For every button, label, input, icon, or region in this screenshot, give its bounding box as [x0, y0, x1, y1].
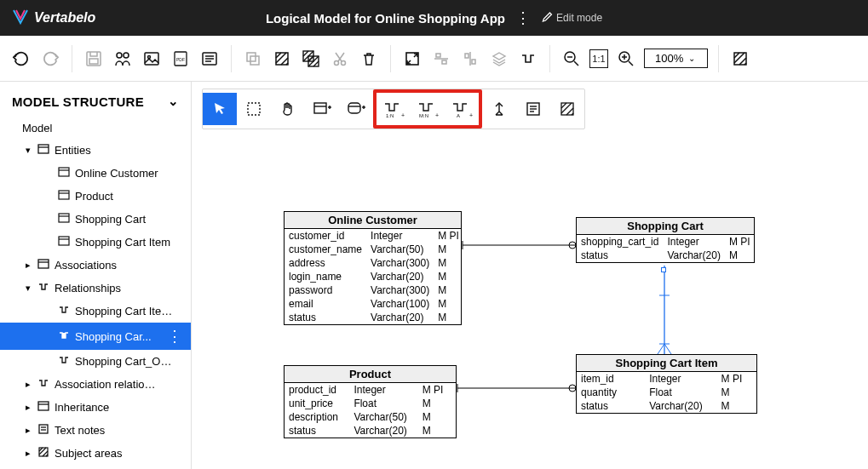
tree-entity[interactable]: Online Customer: [0, 162, 191, 185]
edit-mode-button[interactable]: Edit mode: [541, 11, 602, 26]
tree-entities[interactable]: ▾ Entities: [0, 139, 191, 162]
sidebar: MODEL STRUCTURE ⌄ .Model ▾ Entities Onli…: [0, 82, 192, 469]
align-h-button[interactable]: [430, 48, 452, 70]
svg-line-30: [629, 61, 633, 66]
assoc-rel-tool[interactable]: A+: [445, 93, 479, 125]
svg-rect-53: [314, 103, 326, 113]
model-menu-icon[interactable]: ⋮: [515, 9, 531, 27]
svg-rect-34: [38, 145, 49, 153]
brand-logo-icon: [12, 8, 29, 28]
cut-button[interactable]: [329, 48, 351, 70]
svg-point-17: [335, 60, 339, 65]
zoom-level-select[interactable]: 100% ⌄: [644, 49, 708, 68]
entity-icon: [58, 189, 70, 203]
tree-relationship-selected[interactable]: Shopping Car...⋮: [0, 323, 191, 350]
tree-textnotes[interactable]: ▸Text notes: [0, 419, 191, 442]
chevron-down-icon: ⌄: [168, 94, 179, 109]
hand-tool[interactable]: [271, 93, 305, 125]
zoom-fit-button[interactable]: 1:1: [589, 49, 608, 68]
relationship-icon: [37, 281, 49, 295]
undo-button[interactable]: [10, 48, 32, 70]
entity-group-icon: [37, 143, 49, 157]
entity-icon: [58, 166, 70, 180]
hatch-button[interactable]: [271, 48, 293, 70]
pencil-icon: [541, 11, 553, 26]
delete-button[interactable]: [358, 48, 380, 70]
relationship-icon: [58, 329, 70, 344]
header-center: Logical Model for Online Shopping App ⋮ …: [266, 9, 602, 27]
tree-assoc-rel[interactable]: ▸Association relationships: [0, 373, 191, 396]
entity-online-customer[interactable]: Online Customer customer_idIntegerM PI c…: [284, 211, 462, 325]
tree-inheritance[interactable]: ▸Inheritance: [0, 396, 191, 419]
svg-rect-33: [734, 53, 746, 65]
svg-point-74: [569, 242, 576, 249]
app-header: Vertabelo Logical Model for Online Shopp…: [0, 0, 868, 36]
tree-relationship[interactable]: Shopping Cart_Onli...: [0, 350, 191, 373]
inheritance-tool[interactable]: [482, 93, 516, 125]
canvas[interactable]: 1:N+ M:N+ A+ Online Cu: [192, 82, 868, 469]
zoom-in-button[interactable]: [615, 48, 637, 70]
copy-button[interactable]: [242, 48, 264, 70]
svg-text:+: +: [435, 112, 439, 118]
resize-button[interactable]: [401, 48, 423, 70]
sidebar-title-row[interactable]: MODEL STRUCTURE ⌄: [0, 90, 191, 117]
chevron-down-icon: ⌄: [688, 54, 695, 63]
twisty-right-icon: ▸: [24, 402, 32, 413]
model-title: Logical Model for Online Shopping App: [266, 11, 505, 26]
tree-relationship[interactable]: Shopping Cart Item...: [0, 300, 191, 323]
twisty-right-icon: ▸: [24, 260, 32, 271]
tree-entity[interactable]: Shopping Cart Item: [0, 231, 191, 254]
align-v-button[interactable]: [459, 48, 481, 70]
entity-shopping-cart[interactable]: Shopping Cart shopping_cart_idIntegerM P…: [576, 217, 755, 263]
hatch2-button[interactable]: [729, 48, 751, 70]
tree-entity[interactable]: Product: [0, 185, 191, 208]
entity-icon: [58, 212, 70, 226]
svg-point-80: [569, 385, 576, 392]
brand-area[interactable]: Vertabelo: [12, 8, 95, 28]
svg-rect-40: [59, 214, 69, 222]
svg-rect-25: [472, 60, 475, 64]
svg-rect-13: [250, 56, 259, 65]
redo-button[interactable]: [39, 48, 61, 70]
textnote-tool[interactable]: [516, 93, 550, 125]
pdf-export-button[interactable]: PDF: [170, 48, 192, 70]
select-tool[interactable]: [203, 93, 237, 125]
svg-rect-57: [348, 103, 360, 113]
hatch-copy-button[interactable]: [300, 48, 322, 70]
canvas-toolbar: 1:N+ M:N+ A+: [202, 89, 585, 129]
new-assoc-tool[interactable]: [339, 93, 373, 125]
tree-relationships[interactable]: ▾ Relationships: [0, 277, 191, 300]
svg-rect-14: [276, 53, 288, 65]
svg-text:PDF: PDF: [176, 57, 185, 62]
image-export-button[interactable]: [141, 48, 163, 70]
ddl-export-button[interactable]: [198, 48, 221, 70]
share-button[interactable]: [112, 48, 134, 70]
svg-rect-48: [39, 425, 48, 433]
layers-button[interactable]: [488, 48, 510, 70]
svg-rect-36: [59, 168, 69, 176]
svg-rect-38: [59, 191, 69, 199]
textnotes-icon: [37, 423, 49, 438]
new-entity-tool[interactable]: [305, 93, 339, 125]
twisty-right-icon: ▸: [24, 379, 32, 390]
tree-entity[interactable]: Shopping Cart: [0, 208, 191, 231]
entity-product[interactable]: Product product_idIntegerM PI unit_price…: [284, 365, 457, 438]
relationship-tools-highlight: 1:N+ M:N+ A+: [373, 89, 482, 129]
many-to-many-tool[interactable]: M:N+: [411, 93, 445, 125]
zoom-out-button[interactable]: [560, 48, 583, 70]
marquee-tool[interactable]: [237, 93, 271, 125]
tree-root[interactable]: .Model: [0, 117, 191, 139]
tree-subjectareas[interactable]: ▸Subject areas: [0, 442, 191, 465]
selection-handle-icon[interactable]: [661, 267, 666, 272]
entity-shopping-cart-item[interactable]: Shopping Cart Item item_idIntegerM PI qu…: [576, 354, 757, 414]
line-style-button[interactable]: [517, 48, 539, 70]
tree-associations[interactable]: ▸ Associations: [0, 254, 191, 277]
svg-text:A: A: [457, 113, 460, 118]
save-button[interactable]: [83, 48, 105, 70]
svg-rect-12: [247, 53, 256, 61]
svg-point-18: [342, 60, 346, 65]
subjectarea-tool[interactable]: [550, 93, 584, 125]
one-to-many-tool[interactable]: 1:N+: [377, 93, 411, 125]
kebab-icon[interactable]: ⋮: [167, 327, 182, 346]
relationship-icon: [58, 354, 70, 369]
